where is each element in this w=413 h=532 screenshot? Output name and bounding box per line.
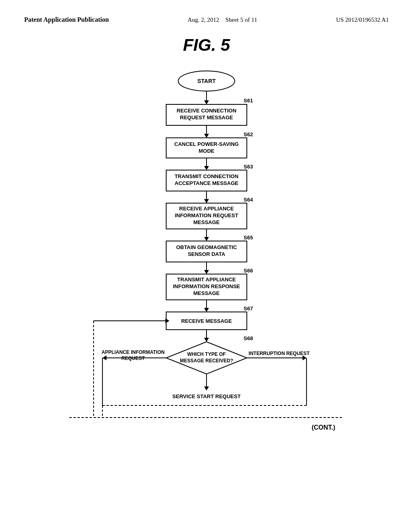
svg-text:S68: S68	[244, 335, 253, 341]
page-header: Patent Application Publication Aug. 2, 2…	[0, 0, 413, 23]
svg-marker-19	[204, 199, 209, 203]
svg-marker-2	[204, 100, 209, 104]
svg-text:MESSAGE: MESSAGE	[193, 219, 219, 225]
svg-text:S67: S67	[244, 305, 253, 312]
svg-text:S65: S65	[244, 235, 253, 241]
patent-number: US 2012/0196532 A1	[336, 17, 389, 23]
publication-title: Patent Application Publication	[24, 16, 109, 23]
svg-text:(CONT.): (CONT.)	[312, 424, 336, 431]
svg-marker-13	[204, 166, 209, 170]
svg-marker-7	[204, 134, 209, 138]
svg-marker-53	[102, 355, 106, 360]
svg-text:ACCEPTANCE MESSAGE: ACCEPTANCE MESSAGE	[175, 180, 238, 186]
svg-text:INTERRUPTION REQUEST: INTERRUPTION REQUEST	[248, 351, 310, 356]
svg-text:S66: S66	[244, 268, 253, 274]
svg-text:RECEIVE APPLIANCE: RECEIVE APPLIANCE	[179, 206, 234, 212]
svg-text:WHICH TYPE OF: WHICH TYPE OF	[187, 351, 225, 357]
svg-text:TRANSMIT CONNECTION: TRANSMIT CONNECTION	[175, 173, 238, 179]
figure-title: FIG. 5	[0, 35, 413, 55]
svg-text:INFORMATION RESPONSE: INFORMATION RESPONSE	[173, 283, 240, 289]
svg-text:RECEIVE CONNECTION: RECEIVE CONNECTION	[177, 108, 236, 114]
publication-date: Aug. 2, 2012 Sheet 5 of 11	[188, 17, 257, 23]
svg-text:SENSOR DATA: SENSOR DATA	[188, 251, 225, 257]
svg-text:S62: S62	[244, 131, 253, 137]
svg-marker-32	[204, 270, 209, 274]
svg-text:INFORMATION REQUEST: INFORMATION REQUEST	[175, 212, 238, 218]
svg-text:REQUEST: REQUEST	[121, 355, 145, 361]
step-s61-label: S61	[244, 98, 253, 104]
svg-marker-44	[204, 338, 209, 342]
svg-text:SERVICE START REQUEST: SERVICE START REQUEST	[172, 393, 240, 399]
svg-text:CANCEL POWER-SAVING: CANCEL POWER-SAVING	[174, 141, 239, 147]
svg-marker-39	[204, 308, 209, 312]
svg-text:TRANSMIT APPLIANCE: TRANSMIT APPLIANCE	[177, 276, 236, 283]
svg-text:OBTAIN GEOMAGNETIC: OBTAIN GEOMAGNETIC	[176, 244, 237, 250]
svg-text:RECEIVE MESSAGE: RECEIVE MESSAGE	[181, 318, 232, 324]
svg-marker-26	[204, 237, 209, 241]
svg-text:S64: S64	[244, 197, 253, 203]
svg-text:MESSAGE: MESSAGE	[193, 290, 219, 296]
start-label: START	[197, 78, 216, 84]
svg-text:APPLIANCE INFORMATION: APPLIANCE INFORMATION	[102, 349, 165, 355]
svg-text:REQUEST MESSAGE: REQUEST MESSAGE	[180, 114, 233, 121]
svg-text:MESSAGE RECEIVED?: MESSAGE RECEIVED?	[180, 358, 233, 364]
svg-text:S63: S63	[244, 164, 253, 170]
flowchart-svg: START S61 RECEIVE CONNECTION REQUEST MES…	[65, 67, 348, 462]
svg-marker-50	[204, 387, 209, 391]
flowchart: START S61 RECEIVE CONNECTION REQUEST MES…	[0, 67, 413, 478]
svg-text:MODE: MODE	[199, 148, 215, 154]
